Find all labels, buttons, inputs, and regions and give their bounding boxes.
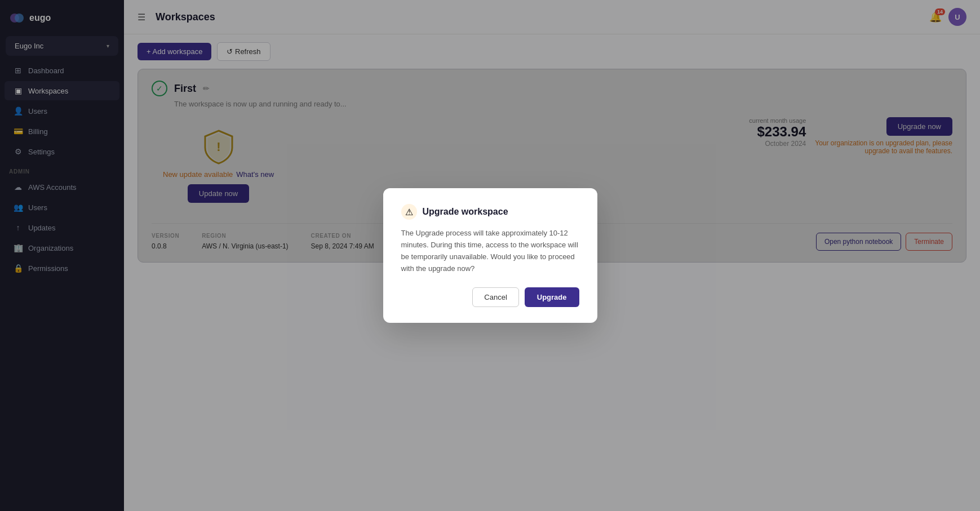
upgrade-workspace-modal: ⚠ Upgrade workspace The Upgrade process …: [383, 188, 597, 322]
modal-body: The Upgrade process will take approximat…: [401, 228, 579, 274]
modal-warning-icon: ⚠: [401, 204, 417, 220]
modal-actions: Cancel Upgrade: [401, 287, 579, 307]
modal-header: ⚠ Upgrade workspace: [401, 204, 579, 220]
modal-overlay: ⚠ Upgrade workspace The Upgrade process …: [0, 0, 980, 511]
modal-upgrade-button[interactable]: Upgrade: [525, 287, 579, 307]
modal-cancel-button[interactable]: Cancel: [472, 287, 518, 307]
modal-title: Upgrade workspace: [423, 207, 508, 217]
